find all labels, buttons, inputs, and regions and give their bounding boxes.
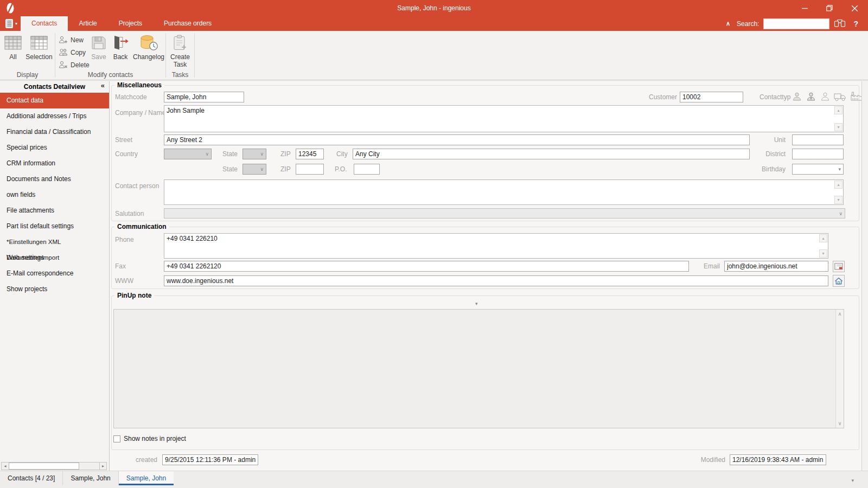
www-input[interactable] — [164, 275, 828, 286]
minimize-button[interactable] — [792, 0, 817, 16]
sidebar-item-file-attachments[interactable]: File attachments — [0, 203, 109, 219]
sidebar-header: Contacts Detailview — [0, 81, 109, 93]
open-website-button[interactable] — [833, 275, 845, 287]
sidebar-item-crm-information[interactable]: CRM information — [0, 156, 109, 171]
scroll-right-icon[interactable]: ▸ — [99, 463, 106, 470]
show-notes-checkbox[interactable] — [113, 435, 120, 442]
vertical-scrollbar-track[interactable] — [861, 81, 868, 471]
pinup-note-scrollbar[interactable]: ∧ ∨ — [835, 310, 844, 428]
pinup-note-field: ∧ ∨ — [113, 309, 844, 428]
unit-input[interactable] — [792, 134, 844, 145]
created-input[interactable] — [162, 454, 258, 465]
ribbon-tab-contacts[interactable]: Contacts — [21, 16, 68, 31]
spinner-down-icon[interactable]: ▾ — [819, 249, 827, 258]
ribbon-tab-projects[interactable]: Projects — [108, 16, 153, 31]
sidebar-item-financial-data[interactable]: Financial data / Classification — [0, 124, 109, 140]
application-menu-button[interactable]: ▾ — [0, 16, 21, 31]
email-input[interactable] — [724, 261, 828, 272]
spinner-down-icon[interactable]: ▾ — [834, 123, 843, 131]
tab-overflow-icon[interactable]: ▾ — [851, 478, 854, 483]
bottom-tab-sample-john-2[interactable]: Sample, John — [119, 471, 174, 485]
back-button[interactable]: Back — [110, 33, 131, 72]
selection-button[interactable]: Selection — [25, 33, 53, 72]
sidebar-item-documents-notes[interactable]: Documents and Notes — [0, 171, 109, 187]
pinup-note-input[interactable] — [114, 310, 835, 428]
sidebar-collapse-icon[interactable]: « — [101, 81, 105, 89]
matchcode-input[interactable] — [164, 92, 244, 102]
sidebar-item-own-fields[interactable]: own fields — [0, 187, 109, 203]
company-name-field: John Sample ▴ ▾ — [164, 105, 844, 132]
spinner-up-icon[interactable]: ▴ — [834, 181, 843, 189]
zip2-input[interactable] — [296, 164, 324, 175]
ribbon-tab-purchase-orders[interactable]: Purchase orders — [153, 16, 222, 31]
created-label: created — [114, 454, 157, 465]
save-button[interactable]: Save — [89, 33, 108, 72]
birthday-dropdown[interactable]: ▾ — [792, 164, 844, 175]
state2-dropdown[interactable]: ∨ — [242, 164, 266, 175]
company-name-input[interactable]: John Sample — [164, 106, 843, 132]
district-input[interactable] — [792, 149, 844, 159]
street-input[interactable] — [164, 134, 750, 145]
scroll-up-icon[interactable]: ∧ — [836, 311, 844, 317]
unit-label: Unit — [733, 134, 786, 145]
person-business-icon[interactable] — [806, 91, 816, 102]
sidebar-item-email-correspondence[interactable]: E-Mail correspondence — [0, 266, 109, 281]
home-icon — [834, 277, 843, 285]
contact-person-field: ▴ ▾ — [164, 179, 844, 205]
sidebar-item-show-projects[interactable]: Show projects — [0, 281, 109, 297]
po-input[interactable] — [354, 164, 380, 175]
sidebar-item-additional-addresses[interactable]: Additional addresses / Trips — [0, 108, 109, 124]
create-task-button[interactable]: Create Task — [167, 33, 193, 72]
fax-input[interactable] — [164, 261, 689, 272]
binoculars-icon[interactable] — [834, 18, 846, 29]
modified-input[interactable] — [730, 454, 826, 465]
phone-input[interactable]: +49 0341 226210 — [164, 234, 828, 258]
search-input[interactable] — [763, 18, 829, 29]
person-outline-icon[interactable] — [820, 91, 831, 102]
help-icon[interactable]: ? — [850, 20, 861, 28]
copy-button-label: Copy — [71, 49, 86, 56]
sidebar-item-part-list-settings[interactable]: Part list default settings — [0, 219, 109, 234]
scroll-left-icon[interactable]: ◂ — [2, 463, 9, 470]
country-dropdown[interactable]: ∨ — [164, 149, 212, 159]
spinner-down-icon[interactable]: ▾ — [834, 196, 843, 204]
all-button[interactable]: All — [2, 33, 24, 72]
customer-input[interactable] — [680, 92, 743, 102]
bottom-tab-sample-john-1[interactable]: Sample, John — [63, 471, 118, 485]
changelog-button[interactable]: Changelog — [132, 33, 165, 72]
sidebar-item-web-settings[interactable]: Web settings — [0, 250, 109, 266]
delete-button[interactable]: Delete — [58, 59, 90, 70]
ribbon-group-modify-contacts: New Copy Delete — [55, 31, 165, 80]
search-label: Search: — [737, 20, 759, 28]
chevron-down-icon: ∨ — [839, 209, 843, 219]
spinner-up-icon[interactable]: ▴ — [834, 106, 843, 114]
contact-person-input[interactable] — [164, 180, 843, 204]
city-input[interactable] — [353, 149, 750, 159]
sidebar-item-xml-dokumentenimport[interactable]: *Einstellungen XML Dokumentenimport — [0, 234, 109, 250]
ribbon-tab-article[interactable]: Article — [68, 16, 107, 31]
send-email-button[interactable] — [833, 261, 845, 272]
truck-icon[interactable] — [834, 91, 847, 102]
state-dropdown[interactable]: ∨ — [242, 149, 266, 159]
close-button[interactable] — [842, 0, 867, 16]
zip-input[interactable] — [296, 149, 324, 159]
street-label: Street — [115, 134, 132, 145]
person-icon[interactable] — [792, 91, 802, 102]
pinup-collapse-icon[interactable]: ▾ — [475, 301, 478, 306]
sidebar-horizontal-scrollbar[interactable]: ◂ ▸ — [1, 462, 107, 470]
new-button[interactable]: New — [58, 34, 84, 46]
scroll-down-icon[interactable]: ∨ — [836, 421, 844, 426]
fax-label: Fax — [115, 261, 126, 272]
ribbon-collapse-icon[interactable]: ∧ — [724, 20, 732, 27]
scrollbar-thumb[interactable] — [9, 463, 79, 470]
sidebar-item-contact-data[interactable]: Contact data — [0, 93, 109, 108]
spinner-up-icon[interactable]: ▴ — [819, 234, 827, 242]
bottom-tab-contacts-list[interactable]: Contacts [4 / 23] — [0, 471, 63, 485]
copy-button[interactable]: Copy — [58, 47, 86, 58]
restore-button[interactable] — [817, 0, 842, 16]
contact-person-label: Contact person — [115, 181, 159, 191]
sidebar-item-special-prices[interactable]: Special prices — [0, 140, 109, 156]
salutation-dropdown[interactable]: ∨ — [164, 208, 845, 219]
chevron-down-icon: ∨ — [205, 149, 209, 159]
chevron-down-icon: ∨ — [260, 164, 264, 174]
